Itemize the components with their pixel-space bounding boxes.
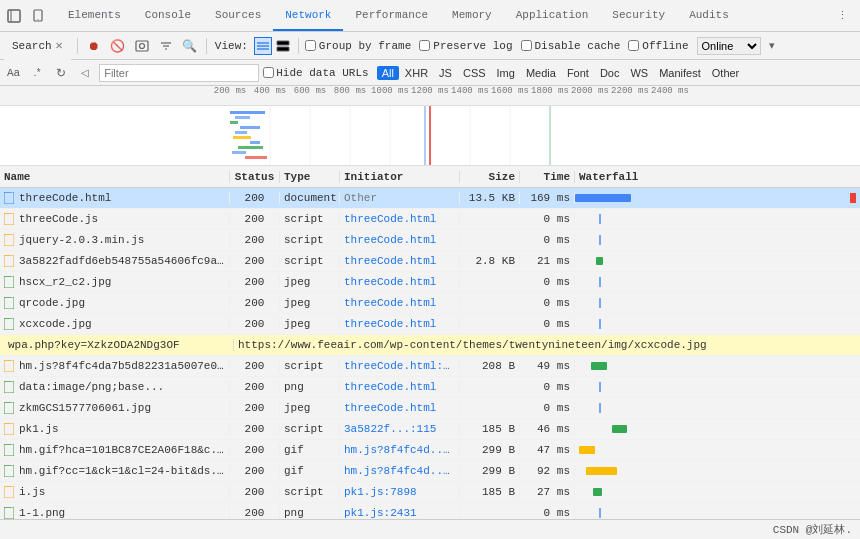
row-filename: threeCode.js [19,213,98,225]
preserve-log-checkbox[interactable] [419,40,430,51]
throttle-more-button[interactable]: ▾ [769,39,775,52]
table-row[interactable]: threeCode.js200scriptthreeCode.html0 ms [0,209,860,230]
col-header-status[interactable]: Status [230,171,280,183]
capture-screenshot-button[interactable] [132,36,152,56]
waterfall-bar [586,467,617,475]
tab-console[interactable]: Console [133,0,203,31]
svg-point-3 [38,19,39,20]
file-type-icon [4,234,16,246]
preserve-log-option[interactable]: Preserve log [419,40,512,52]
filter-type-font[interactable]: Font [562,66,594,80]
row-time-cell: 47 ms [520,444,575,456]
table-row[interactable]: 3a5822fadfd6eb548755a54606fc9a...200scri… [0,251,860,272]
offline-option[interactable]: Offline [628,40,688,52]
svg-rect-37 [4,213,14,225]
hide-data-urls-option[interactable]: Hide data URLs [263,67,368,79]
view-list-button[interactable] [254,37,272,55]
row-type-cell: script [280,234,340,246]
table-row[interactable]: zkmGCS1577706061.jpg200jpegthreeCode.htm… [0,398,860,419]
waterfall-bar [575,194,631,202]
row-initiator-cell: Other [340,192,460,204]
tab-performance[interactable]: Performance [343,0,440,31]
filter-type-ws[interactable]: WS [625,66,653,80]
waterfall-dot [599,235,601,245]
tab-memory[interactable]: Memory [440,0,504,31]
timeline-mark-11: 2400 ms [651,86,689,96]
col-header-initiator[interactable]: Initiator [340,171,460,183]
filter-type-img[interactable]: Img [492,66,520,80]
clear-filter-button[interactable]: ◁ [75,63,95,83]
row-type-cell: png [280,381,340,393]
table-row[interactable]: hscx_r2_c2.jpg200jpegthreeCode.html0 ms [0,272,860,293]
table-row[interactable]: threeCode.html200documentOther13.5 KB169… [0,188,860,209]
search-close-button[interactable]: ✕ [56,38,63,53]
device-icon[interactable] [28,6,48,26]
more-tabs-button[interactable]: ⋮ [829,9,856,22]
col-header-waterfall[interactable]: Waterfall [575,171,860,183]
filter-type-media[interactable]: Media [521,66,561,80]
timeline-mark-3: 800 ms [334,86,366,96]
search-button[interactable]: 🔍 [180,36,200,56]
table-row[interactable]: qrcode.jpg200jpegthreeCode.html0 ms [0,293,860,314]
row-waterfall-cell [575,398,860,418]
clear-button[interactable]: 🚫 [108,36,128,56]
row-size-cell: 185 B [460,423,520,435]
tab-elements[interactable]: Elements [56,0,133,31]
filter-type-xhr[interactable]: XHR [400,66,433,80]
row-name-cell: xcxcode.jpg [0,318,230,330]
row-filename: jquery-2.0.3.min.js [19,234,144,246]
table-row[interactable]: i.js200scriptpk1.js:7898185 B27 ms [0,482,860,503]
view-label: View: [213,40,250,52]
row-waterfall-cell [575,314,860,334]
filter-type-all[interactable]: All [377,66,399,80]
filter-type-css[interactable]: CSS [458,66,491,80]
throttle-select[interactable]: Online Fast 3G Slow 3G Offline [697,37,761,55]
table-row[interactable]: hm.gif?cc=1&ck=1&cl=24-bit&ds...200gifhm… [0,461,860,482]
view-large-button[interactable] [274,37,292,55]
hide-data-urls-checkbox[interactable] [263,67,274,78]
table-row[interactable]: 1-1.png200pngpk1.js:24310 ms [0,503,860,519]
regex-button[interactable]: .* [27,63,47,83]
tab-application[interactable]: Application [504,0,601,31]
inspect-icon[interactable] [4,6,24,26]
svg-rect-23 [235,116,250,119]
row-time-cell: 21 ms [520,255,575,267]
filter-input[interactable] [99,64,259,82]
col-header-type[interactable]: Type [280,171,340,183]
table-row[interactable]: xcxcode.jpg200jpegthreeCode.html0 ms [0,314,860,335]
row-status-cell: 200 [230,297,280,309]
offline-checkbox[interactable] [628,40,639,51]
col-header-name[interactable]: Name [0,171,230,183]
disable-cache-checkbox[interactable] [521,40,532,51]
filter-type-doc[interactable]: Doc [595,66,625,80]
refresh-filters-button[interactable]: ↻ [51,63,71,83]
col-header-size[interactable]: Size [460,171,520,183]
filter-button[interactable] [156,36,176,56]
table-row[interactable]: data:image/png;base...200pngthreeCode.ht… [0,377,860,398]
row-status-cell: 200 [230,360,280,372]
timeline-mark-8: 1800 ms [531,86,569,96]
waterfall-dot [599,508,601,518]
tab-security[interactable]: Security [600,0,677,31]
tab-audits[interactable]: Audits [677,0,741,31]
filter-type-js[interactable]: JS [434,66,457,80]
group-by-frame-option[interactable]: Group by frame [305,40,411,52]
table-row[interactable]: hm.gif?hca=101BC87CE2A06F18&c...200gifhm… [0,440,860,461]
tab-network[interactable]: Network [273,0,343,31]
table-row[interactable]: jquery-2.0.3.min.js200scriptthreeCode.ht… [0,230,860,251]
row-status-cell: 200 [230,381,280,393]
tab-sources[interactable]: Sources [203,0,273,31]
table-row[interactable]: hm.js?8f4fc4da7b5d82231a5007e0...200scri… [0,356,860,377]
waterfall-dot [599,298,601,308]
filter-type-manifest[interactable]: Manifest [654,66,706,80]
svg-rect-53 [4,402,14,414]
row-waterfall-cell [575,272,860,292]
disable-cache-option[interactable]: Disable cache [521,40,621,52]
filter-type-other[interactable]: Other [707,66,745,80]
table-row[interactable]: pk1.js200script3a5822f...:115185 B46 ms [0,419,860,440]
record-button[interactable]: ⏺ [84,36,104,56]
svg-rect-12 [277,41,289,45]
tooltip-url: https://www.feeair.com/wp-content/themes… [234,339,856,351]
col-header-time[interactable]: Time [520,171,575,183]
group-by-frame-checkbox[interactable] [305,40,316,51]
